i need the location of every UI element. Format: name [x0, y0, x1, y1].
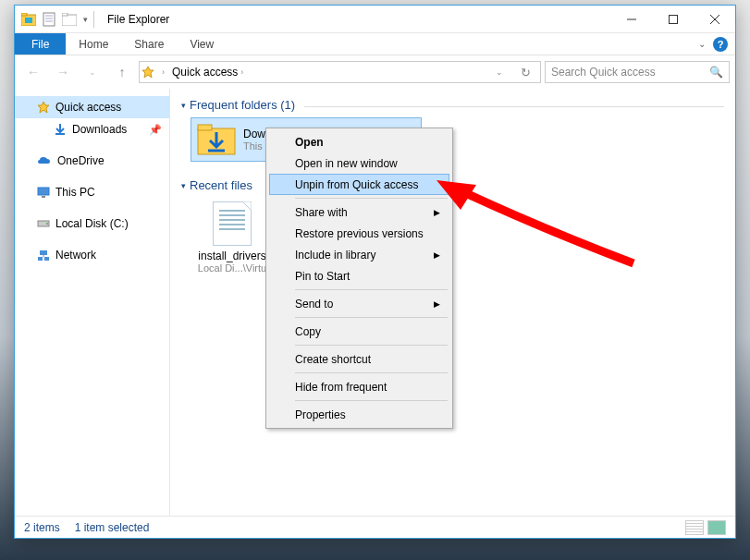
navigation-pane: Quick access Downloads 📌 OneDrive This P… [15, 89, 170, 516]
svg-rect-1 [21, 13, 27, 16]
downloads-icon [54, 123, 67, 136]
svg-rect-2 [25, 18, 32, 23]
ctx-copy[interactable]: Copy [269, 321, 449, 342]
forward-button[interactable]: → [50, 59, 76, 85]
ribbon-expand-icon[interactable]: ⌄ [698, 39, 706, 49]
new-folder-qat-icon[interactable] [61, 11, 78, 28]
ctx-send-to[interactable]: Send to▶ [269, 293, 449, 314]
star-icon [37, 101, 50, 114]
ctx-hide-frequent[interactable]: Hide from frequent [269, 376, 449, 397]
search-input[interactable]: Search Quick access 🔍 [545, 61, 730, 83]
svg-rect-21 [38, 257, 43, 261]
ctx-create-shortcut[interactable]: Create shortcut [269, 348, 449, 370]
ctx-properties[interactable]: Properties [269, 404, 449, 425]
ctx-unpin-quick-access[interactable]: Unpin from Quick access [269, 174, 449, 195]
quick-access-star-icon [141, 66, 158, 79]
nav-local-disk[interactable]: Local Disk (C:) [15, 213, 169, 235]
context-menu: Open Open in new window Unpin from Quick… [265, 128, 453, 429]
refresh-button[interactable]: ↻ [512, 59, 538, 85]
pin-icon: 📌 [149, 124, 162, 136]
submenu-arrow-icon: ▶ [434, 299, 440, 309]
breadcrumb-quick-access[interactable]: Quick access › [168, 66, 247, 79]
minimize-button[interactable] [610, 6, 652, 32]
submenu-arrow-icon: ▶ [434, 250, 440, 260]
disk-icon [37, 218, 50, 229]
nav-onedrive[interactable]: OneDrive [15, 150, 169, 172]
address-bar: ← → ⌄ ↑ › Quick access › ⌄ ↻ Search Quic… [15, 55, 735, 89]
tab-home[interactable]: Home [66, 33, 121, 55]
status-item-count: 2 items [24, 521, 60, 534]
svg-rect-20 [40, 250, 47, 255]
svg-rect-10 [669, 15, 677, 23]
svg-rect-3 [43, 13, 55, 26]
ctx-pin-to-start[interactable]: Pin to Start [269, 265, 449, 286]
file-install-drivers[interactable]: install_drivers Local Di...\Virtu [191, 198, 274, 277]
tab-view[interactable]: View [177, 33, 227, 55]
ctx-share-with[interactable]: Share with▶ [269, 201, 449, 223]
file-tab[interactable]: File [15, 33, 66, 55]
window-title: File Explorer [107, 13, 169, 26]
nav-quick-access[interactable]: Quick access [15, 96, 169, 118]
svg-marker-14 [38, 102, 49, 113]
svg-rect-7 [62, 15, 77, 26]
tab-share[interactable]: Share [121, 33, 177, 55]
svg-rect-8 [62, 13, 68, 16]
address-box[interactable]: › Quick access › ⌄ ↻ [139, 61, 541, 83]
help-icon[interactable]: ? [713, 37, 728, 52]
svg-rect-25 [198, 125, 212, 130]
svg-point-19 [46, 223, 48, 225]
titlebar: ▾ File Explorer [15, 6, 735, 33]
network-icon [37, 250, 50, 262]
qat-dropdown-icon[interactable]: ▾ [83, 15, 88, 24]
ctx-open-new-window[interactable]: Open in new window [269, 152, 449, 174]
back-button[interactable]: ← [20, 59, 46, 85]
file-location: Local Di...\Virtu [198, 262, 266, 274]
svg-marker-13 [142, 67, 154, 78]
address-dropdown-icon[interactable]: ⌄ [486, 59, 512, 85]
close-button[interactable] [694, 6, 735, 32]
recent-locations-icon[interactable]: ⌄ [80, 59, 105, 85]
svg-rect-16 [38, 188, 49, 195]
status-bar: 2 items 1 item selected [15, 516, 735, 538]
details-view-button[interactable] [685, 520, 704, 535]
collapse-icon: ▾ [181, 181, 186, 190]
nav-this-pc[interactable]: This PC [15, 181, 169, 203]
this-pc-icon [37, 187, 50, 199]
nav-network[interactable]: Network [15, 244, 169, 266]
maximize-button[interactable] [652, 6, 694, 32]
downloads-folder-icon [197, 122, 236, 157]
submenu-arrow-icon: ▶ [434, 208, 440, 217]
folder-sub: This [243, 140, 265, 152]
ctx-open[interactable]: Open [269, 131, 449, 152]
status-selected-count: 1 item selected [75, 521, 150, 534]
ctx-include-library[interactable]: Include in library▶ [269, 244, 449, 265]
svg-rect-17 [42, 196, 45, 198]
app-icon [20, 11, 37, 28]
up-button[interactable]: ↑ [109, 59, 135, 85]
onedrive-icon [37, 156, 52, 166]
ribbon-tabs: File Home Share View ⌄ ? [15, 33, 735, 55]
thumbnails-view-button[interactable] [707, 520, 726, 535]
group-frequent-folders[interactable]: ▾ Frequent folders (1) [181, 98, 724, 112]
search-placeholder: Search Quick access [551, 66, 656, 79]
svg-marker-27 [242, 201, 252, 211]
ctx-restore-versions[interactable]: Restore previous versions [269, 223, 449, 244]
nav-downloads[interactable]: Downloads 📌 [15, 118, 169, 140]
search-icon: 🔍 [709, 66, 723, 79]
properties-qat-icon[interactable] [41, 11, 57, 28]
file-name: install_drivers [198, 250, 265, 262]
collapse-icon: ▾ [181, 101, 186, 110]
text-file-icon [213, 201, 252, 246]
svg-rect-22 [44, 257, 49, 261]
